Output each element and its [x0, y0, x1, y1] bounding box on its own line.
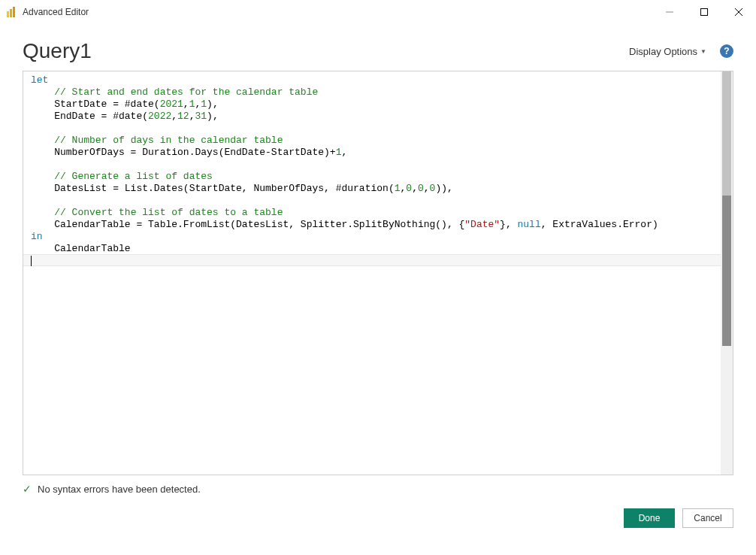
svg-rect-2 [13, 7, 15, 17]
status-message: No syntax errors have been detected. [38, 484, 201, 495]
maximize-button[interactable] [687, 0, 721, 24]
header: Query1 Display Options ▼ ? [0, 24, 756, 71]
status-bar: ✓ No syntax errors have been detected. [23, 483, 733, 495]
code-editor[interactable]: let // Start and end dates for the calen… [23, 71, 733, 475]
text-cursor [31, 256, 32, 266]
query-name: Query1 [23, 39, 629, 63]
close-button[interactable] [721, 0, 756, 24]
display-options-dropdown[interactable]: Display Options ▼ [629, 46, 706, 57]
cancel-button[interactable]: Cancel [682, 508, 733, 528]
title-bar: Advanced Editor [0, 0, 756, 24]
done-button[interactable]: Done [624, 508, 675, 528]
window-title: Advanced Editor [23, 7, 89, 17]
window-controls [652, 0, 756, 24]
display-options-label: Display Options [629, 46, 697, 57]
svg-rect-0 [7, 11, 9, 17]
chevron-down-icon: ▼ [700, 48, 706, 55]
check-icon: ✓ [23, 483, 32, 495]
code-content[interactable]: let // Start and end dates for the calen… [23, 71, 733, 258]
svg-rect-4 [701, 9, 708, 16]
help-icon[interactable]: ? [720, 44, 733, 58]
footer-buttons: Done Cancel [0, 508, 733, 528]
minimize-button[interactable] [652, 0, 687, 24]
svg-rect-1 [10, 9, 12, 17]
app-icon [6, 6, 18, 18]
